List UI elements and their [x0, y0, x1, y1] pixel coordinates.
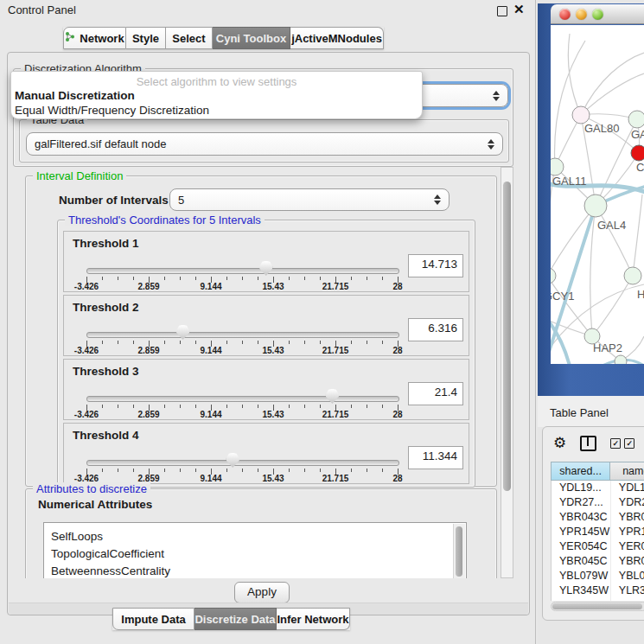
network-edge — [633, 194, 642, 276]
slider-tick — [289, 277, 290, 280]
number-of-intervals-select[interactable]: 5 — [169, 188, 450, 211]
slider-tick — [118, 341, 118, 344]
network-node[interactable] — [615, 355, 627, 364]
table-panel-header: Table Panel — [538, 396, 644, 427]
threshold-value-field[interactable]: 6.316 — [408, 318, 463, 341]
cell-shared-name[interactable]: YLR345W — [552, 583, 611, 598]
table-row[interactable]: YPR145WYPR145W — [552, 525, 644, 539]
close-traffic-light-icon[interactable] — [559, 9, 571, 20]
vertical-scrollbar[interactable] — [501, 167, 513, 578]
slider-tick-label: 9.144 — [200, 282, 221, 291]
cell-shared-name[interactable]: YIL052C — [552, 598, 611, 601]
tab-discretize-data[interactable]: Discretize Data — [194, 608, 277, 630]
slider-tick — [351, 405, 352, 408]
close-icon[interactable]: ✕ — [513, 2, 525, 17]
network-node-label: GA — [631, 128, 644, 141]
cell-name[interactable]: YDL19... — [611, 481, 644, 495]
algorithm-option-equal-width[interactable]: Equal Width/Frequency Discretization — [11, 103, 422, 118]
network-node[interactable] — [628, 111, 644, 128]
float-window-icon[interactable] — [497, 6, 507, 16]
list-scrollbar-thumb[interactable] — [456, 526, 462, 577]
cell-name[interactable]: YLR345W — [611, 583, 644, 598]
slider-track[interactable] — [86, 332, 399, 338]
network-node[interactable] — [572, 106, 590, 124]
network-node[interactable] — [584, 194, 607, 217]
cell-name[interactable]: YIL052C — [611, 598, 644, 601]
network-node[interactable] — [624, 267, 641, 284]
tab-select[interactable]: Select — [166, 27, 213, 49]
horizontal-scrollbar[interactable] — [551, 602, 644, 611]
threshold-label: Threshold 4 — [73, 429, 139, 442]
checkbox-icon[interactable]: ✓ — [624, 438, 634, 449]
network-node[interactable] — [551, 158, 564, 175]
cell-shared-name[interactable]: YPR145W — [552, 525, 611, 539]
numerical-attributes-list[interactable]: SelfLoopsTopologicalCoefficientBetweenne… — [43, 522, 467, 578]
threshold-value-field[interactable]: 14.713 — [408, 254, 463, 277]
slider-tick — [320, 341, 321, 344]
network-canvas[interactable]: GAL80GACGAL11GAL4GCY1HHAP2 — [551, 25, 644, 364]
cell-name[interactable]: YBR043C — [611, 510, 644, 525]
table-row[interactable]: YBR043CYBR043C — [552, 510, 644, 525]
table-row[interactable]: YDL19...YDL19... — [552, 481, 644, 495]
network-node[interactable] — [631, 145, 644, 161]
slider-track[interactable] — [86, 460, 399, 466]
slider-tick — [226, 341, 227, 344]
table-row[interactable]: YLR345WYLR345W — [552, 583, 644, 598]
cell-name[interactable]: YBR045C — [611, 554, 644, 569]
table-row[interactable]: YBR045CYBR045C — [552, 554, 644, 569]
apply-button[interactable]: Apply — [234, 582, 290, 603]
cell-shared-name[interactable]: YDR27... — [552, 495, 611, 510]
zoom-traffic-light-icon[interactable] — [592, 9, 603, 20]
table-row[interactable]: YDR27...YDR27... — [552, 495, 644, 510]
slider-tick-label: 28 — [392, 410, 402, 419]
cell-name[interactable]: YDR27... — [611, 495, 644, 510]
tab-style[interactable]: Style — [126, 27, 166, 49]
tab-impute-data[interactable]: Impute Data — [112, 608, 194, 630]
threshold-value-field[interactable]: 11.344 — [408, 446, 463, 469]
column-header-shared-name[interactable]: shared... — [551, 462, 610, 481]
cell-shared-name[interactable]: YDL19... — [552, 481, 611, 495]
tab-network[interactable]: Network — [63, 27, 126, 49]
horizontal-scrollbar-thumb[interactable] — [552, 603, 642, 609]
table-data-group: Table Data galFiltered.sif default node — [19, 119, 509, 163]
cell-name[interactable]: YPR145W — [611, 525, 644, 539]
threshold-row-2: Threshold 2-3.4262.8599.14415.4321.71528… — [63, 295, 469, 356]
tab-jactivemnodules[interactable]: jActiveMNodules — [290, 27, 384, 49]
slider-tick — [133, 277, 134, 280]
cell-name[interactable]: YER054C — [611, 539, 644, 554]
table-row[interactable]: YBL079WYBL079W — [552, 569, 644, 583]
column-header-name[interactable]: name — [610, 462, 644, 481]
thresholds-group-title: Threshold's Coordinates for 5 Intervals — [65, 214, 265, 226]
slider-tick — [195, 341, 196, 344]
network-window-titlebar[interactable] — [551, 4, 644, 24]
table-data-select[interactable]: galFiltered.sif default node — [26, 132, 503, 156]
vertical-scrollbar-thumb[interactable] — [503, 182, 511, 491]
table-row[interactable]: YIL052CYIL052C — [552, 598, 644, 601]
list-item[interactable]: SelfLoops — [44, 528, 466, 545]
slider-tick-label: 28 — [392, 474, 402, 483]
cell-shared-name[interactable]: YBR043C — [552, 510, 611, 525]
tab-infer-network[interactable]: Infer Network — [277, 608, 350, 630]
slider-track[interactable] — [86, 268, 399, 274]
checkbox-icon[interactable]: ✓ — [610, 438, 621, 449]
slider-track[interactable] — [86, 396, 399, 402]
list-item[interactable]: BetweennessCentrality — [44, 563, 466, 578]
cell-shared-name[interactable]: YBR045C — [552, 554, 611, 569]
panel-splitter[interactable] — [535, 0, 536, 644]
combo-arrows-icon — [488, 139, 494, 150]
gear-icon[interactable]: ⚙ — [553, 435, 566, 452]
network-node[interactable] — [551, 268, 556, 284]
list-scrollbar[interactable] — [453, 524, 465, 578]
cell-name[interactable]: YBL079W — [611, 569, 644, 583]
algorithm-option-manual[interactable]: Manual Discretization — [11, 88, 422, 103]
minimize-traffic-light-icon[interactable] — [576, 9, 587, 20]
table-row[interactable]: YER054CYER054C — [552, 539, 644, 554]
columns-icon[interactable] — [580, 436, 596, 451]
network-view-window[interactable]: GAL80GACGAL11GAL4GCY1HHAP2 — [551, 4, 644, 364]
network-edge — [568, 34, 581, 115]
threshold-value-field[interactable]: 21.4 — [408, 382, 463, 405]
list-item[interactable]: TopologicalCoefficient — [44, 545, 466, 563]
tab-cyni-toolbox[interactable]: Cyni Toolbox — [213, 27, 290, 49]
cell-shared-name[interactable]: YBL079W — [552, 569, 611, 583]
cell-shared-name[interactable]: YER054C — [552, 539, 611, 554]
